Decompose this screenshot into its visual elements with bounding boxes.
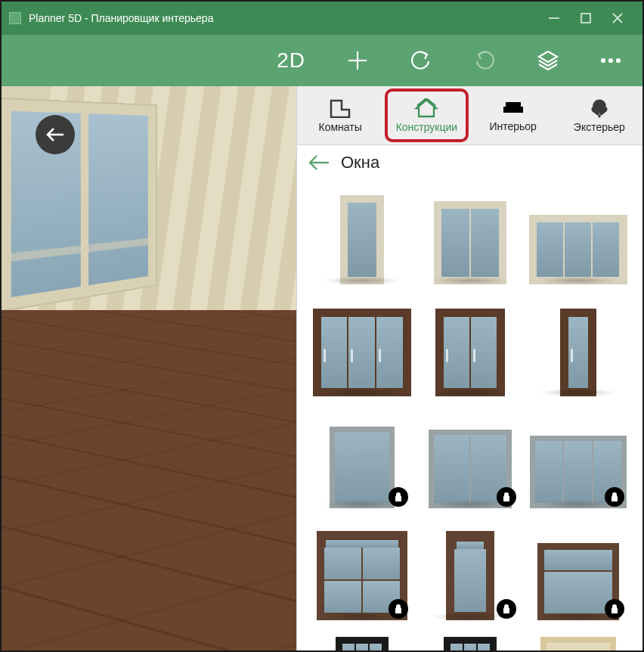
catalog-item[interactable] — [420, 522, 519, 620]
tab-interior[interactable]: Интерьор — [470, 86, 556, 144]
window-minimize-button[interactable] — [547, 11, 561, 25]
lock-icon — [497, 487, 516, 507]
catalog-item[interactable] — [312, 634, 411, 650]
floorplan-icon — [329, 98, 351, 118]
catalog-subcategory-title: Окна — [341, 153, 379, 172]
viewport-back-button[interactable] — [36, 115, 75, 154]
layers-button[interactable] — [537, 49, 559, 72]
tab-rooms[interactable]: Комнаты — [297, 86, 383, 144]
svg-marker-6 — [539, 51, 557, 62]
catalog-category-tabs: Комнаты Конструкции Интерьор Экстерьер — [297, 86, 642, 145]
app-window-icon — [9, 12, 21, 24]
catalog-item[interactable] — [420, 410, 519, 508]
lock-icon — [605, 487, 624, 507]
lock-icon — [389, 599, 408, 619]
redo-button[interactable] — [473, 49, 496, 72]
tab-rooms-label: Комнаты — [318, 121, 361, 133]
catalog-item[interactable] — [420, 634, 519, 650]
lock-icon — [389, 487, 408, 507]
window-close-button[interactable] — [611, 11, 624, 25]
lock-icon — [605, 599, 624, 619]
window-maximize-button[interactable] — [579, 11, 593, 25]
tree-icon — [590, 98, 609, 118]
catalog-back-button[interactable] — [308, 154, 330, 171]
svg-point-7 — [602, 59, 605, 62]
more-menu-button[interactable] — [600, 57, 621, 64]
catalog-item[interactable] — [528, 522, 627, 620]
catalog-item[interactable] — [420, 298, 519, 396]
svg-rect-1 — [581, 14, 590, 23]
scene-window — [2, 98, 157, 312]
tab-construction-label: Конструкции — [396, 121, 458, 133]
tab-exterior-label: Экстерьер — [574, 121, 625, 133]
catalog-scroll[interactable] — [297, 180, 642, 650]
catalog-item[interactable] — [312, 298, 411, 396]
tab-exterior[interactable]: Экстерьер — [556, 86, 642, 144]
tab-interior-label: Интерьор — [489, 120, 537, 132]
catalog-item[interactable] — [312, 410, 411, 508]
sofa-icon — [502, 99, 525, 117]
catalog-item[interactable] — [312, 186, 411, 284]
add-button[interactable] — [346, 49, 369, 72]
catalog-item[interactable] — [528, 634, 627, 650]
lock-icon — [497, 599, 516, 619]
3d-viewport[interactable] — [2, 86, 296, 650]
catalog-item[interactable] — [420, 186, 519, 284]
catalog-item[interactable] — [312, 522, 411, 620]
window-title: Planner 5D - Планировщик интерьера — [29, 12, 547, 24]
svg-point-9 — [617, 59, 620, 62]
catalog-item[interactable] — [528, 298, 627, 396]
view-2d-3d-toggle[interactable]: 2D — [277, 48, 305, 73]
catalog-item[interactable] — [528, 186, 627, 284]
house-icon — [414, 98, 438, 118]
undo-button[interactable] — [410, 49, 432, 72]
catalog-item[interactable] — [528, 410, 627, 508]
svg-point-8 — [609, 59, 612, 62]
tab-construction[interactable]: Конструкции — [383, 86, 469, 144]
